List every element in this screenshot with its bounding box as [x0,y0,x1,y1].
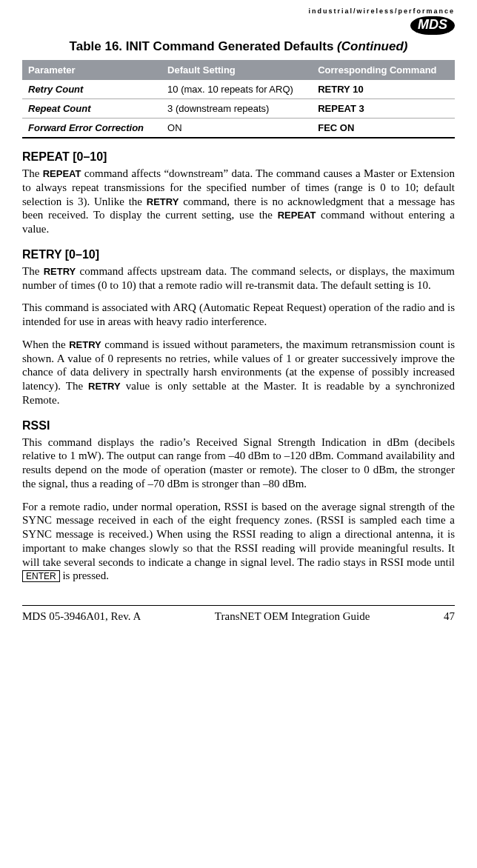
inline-command: RETRY [88,381,121,392]
footer-rule [22,605,455,610]
page-container: industrial/wireless/performance MDS Tabl… [0,0,477,638]
table-caption-continued: (Continued) [337,39,407,53]
cell-param: Forward Error Correction [22,118,161,138]
inline-command: REPEAT [43,168,81,179]
inline-command: RETRY [147,196,179,207]
footer-docnum: MDS 05-3946A01, Rev. A [22,610,141,623]
page-footer: MDS 05-3946A01, Rev. A TransNET OEM Inte… [22,610,455,623]
th-default: Default Setting [161,60,312,80]
paragraph-retry-3: When the RETRY command is issued without… [22,338,455,407]
paragraph-rssi-2: For a remote radio, under normal operati… [22,500,455,584]
defaults-table: Parameter Default Setting Corresponding … [22,60,455,138]
table-caption: Table 16. INIT Command Generated Default… [22,39,455,54]
th-command: Corresponding Command [312,60,455,80]
mds-logo: MDS [410,16,455,35]
text: For a remote radio, under normal operati… [22,501,455,568]
paragraph-retry-2: This command is associated with ARQ (Aut… [22,301,455,329]
table-row: Forward Error Correction ON FEC ON [22,118,455,138]
heading-rssi: RSSI [22,419,455,433]
table-header-row: Parameter Default Setting Corresponding … [22,60,455,80]
inline-command: REPEAT [278,210,316,221]
paragraph-retry-1: The RETRY command affects upstream data.… [22,264,455,293]
cell-command: RETRY 10 [312,80,455,99]
text: The [22,265,44,277]
text: is pressed. [60,570,109,581]
text: When the [22,338,69,350]
cell-param: Repeat Count [22,99,161,118]
logo-container: MDS [22,16,455,35]
inline-command: RETRY [69,339,101,350]
th-parameter: Parameter [22,60,161,80]
footer-title: TransNET OEM Integration Guide [215,610,370,623]
cell-command: REPEAT 3 [312,99,455,118]
paragraph-repeat: The REPEAT command affects “downstream” … [22,167,455,236]
text: command affects upstream data. The comma… [22,265,455,291]
footer-pagenum: 47 [444,610,455,623]
table-caption-main: Table 16. INIT Command Generated Default… [70,39,338,53]
inline-command: RETRY [44,266,76,277]
paragraph-rssi-1: This command displays the radio’s Receiv… [22,435,455,491]
cell-default: 3 (downstream repeats) [161,99,312,118]
cell-default: 10 (max. 10 repeats for ARQ) [161,80,312,99]
cell-default: ON [161,118,312,138]
table-row: Repeat Count 3 (downstream repeats) REPE… [22,99,455,118]
heading-retry: RETRY [0–10] [22,248,455,261]
cell-param: Retry Count [22,80,161,99]
header-tagline: industrial/wireless/performance [22,7,455,15]
table-row: Retry Count 10 (max. 10 repeats for ARQ)… [22,80,455,99]
text: The [22,167,43,179]
cell-command: FEC ON [312,118,455,138]
keycap-enter: ENTER [22,570,60,582]
heading-repeat: REPEAT [0–10] [22,150,455,164]
